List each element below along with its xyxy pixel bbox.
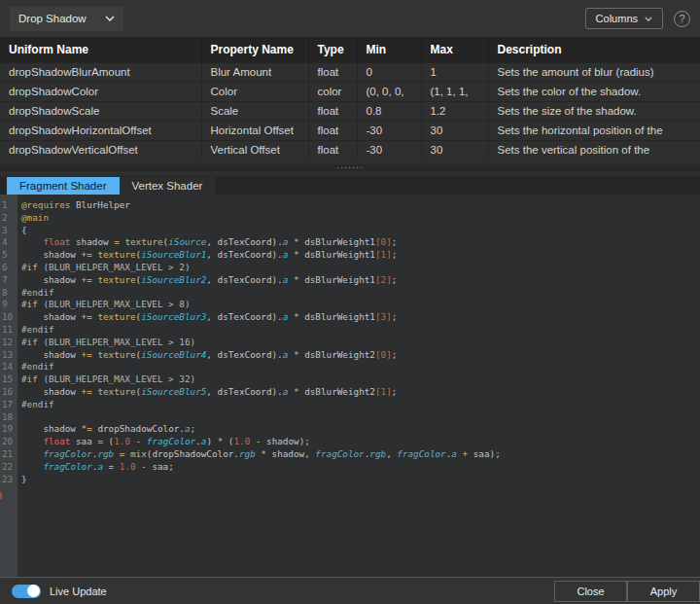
column-header-max: Max	[421, 37, 488, 62]
code-line: 8#endif	[0, 287, 700, 300]
question-icon: ?	[679, 13, 684, 24]
line-number: 2	[0, 212, 18, 225]
line-content: #if (BLUR_HELPER_MAX_LEVEL > 8)	[18, 299, 191, 311]
line-content	[18, 411, 21, 424]
line-number: 1	[0, 199, 18, 212]
cell-min: 0	[357, 62, 421, 82]
line-number: 13	[0, 349, 18, 362]
uniform-table-header: Uniform Name Property Name Type Min Max …	[0, 37, 700, 62]
table-row[interactable]: dropShadowColorColorcolor(0, 0, 0,(1, 1,…	[0, 82, 700, 101]
cell-type: float	[308, 121, 357, 140]
splitter-drag-handle[interactable]: ·······	[336, 160, 364, 174]
cell-description: Sets the vertical position of the	[488, 140, 700, 160]
cell-description: Sets the color of the shadow.	[488, 82, 700, 101]
table-row[interactable]: dropShadowScaleScalefloat0.81.2Sets the …	[0, 101, 700, 121]
cell-type: color	[308, 82, 357, 101]
edit-marker	[0, 492, 2, 499]
cell-property: Scale	[201, 101, 308, 121]
line-number: 20	[0, 436, 18, 448]
code-line: 6#if (BLUR_HELPER_MAX_LEVEL > 2)	[0, 262, 700, 274]
line-content: shadow += texture(iSourceBlur1, dsTexCoo…	[18, 249, 397, 262]
effect-dropdown-value: Drop Shadow	[18, 13, 105, 24]
line-number: 10	[0, 311, 18, 324]
cell-min: -30	[357, 140, 421, 160]
code-line: 11#endif	[0, 324, 700, 337]
code-editor[interactable]: 1@requires BlurHelper2@main3{4 float sha…	[0, 195, 700, 577]
column-header-property-name: Property Name	[201, 37, 308, 62]
cell-max: 30	[421, 121, 488, 140]
help-button[interactable]: ?	[674, 11, 690, 27]
line-number: 18	[0, 411, 18, 424]
cell-type: float	[308, 101, 357, 121]
table-row[interactable]: dropShadowBlurAmountBlur Amountfloat01Se…	[0, 62, 700, 82]
line-content: #endif	[18, 361, 54, 373]
code-line: 16 shadow += texture(iSourceBlur5, dsTex…	[0, 386, 700, 399]
column-header-description: Description	[488, 37, 700, 62]
cell-description: Sets the amount of blur (radius)	[488, 62, 700, 82]
line-content: shadow *= dropShadowColor.a;	[18, 423, 195, 436]
tab-fragment-shader-label: Fragment Shader	[19, 180, 107, 192]
code-line: 3{	[0, 225, 700, 237]
cell-min: 0.8	[357, 101, 421, 121]
line-number: 7	[0, 274, 18, 287]
tab-vertex-shader[interactable]: Vertex Shader	[120, 177, 216, 195]
code-line: 5 shadow += texture(iSourceBlur1, dsTexC…	[0, 249, 700, 262]
uniform-table: Uniform Name Property Name Type Min Max …	[0, 37, 700, 160]
line-number: 6	[0, 262, 18, 274]
cell-min: (0, 0, 0,	[357, 82, 421, 101]
columns-button[interactable]: Columns	[585, 8, 663, 29]
code-line: 22 fragColor.a = 1.0 - saa;	[0, 461, 700, 474]
cell-max: 1.2	[421, 101, 488, 121]
columns-button-label: Columns	[596, 13, 638, 24]
tab-fragment-shader[interactable]: Fragment Shader	[7, 177, 120, 195]
column-header-uniform-name: Uniform Name	[0, 37, 201, 62]
line-content: shadow += texture(iSourceBlur5, dsTexCoo…	[18, 386, 397, 399]
line-content: shadow += texture(iSourceBlur3, dsTexCoo…	[18, 311, 397, 324]
code-line: 17#endif	[0, 399, 700, 411]
line-content: #endif	[18, 399, 54, 411]
cell-type: float	[308, 62, 357, 82]
line-content: #if (BLUR_HELPER_MAX_LEVEL > 16)	[18, 337, 195, 349]
line-content: #endif	[18, 324, 54, 337]
toggle-knob	[27, 585, 40, 597]
line-content: float saa = (1.0 - fragColor.a) * (1.0 -…	[18, 436, 310, 448]
cell-property: Horizontal Offset	[201, 121, 308, 140]
line-content: fragColor.a = 1.0 - saa;	[18, 461, 174, 474]
line-number: 15	[0, 373, 18, 386]
table-row[interactable]: dropShadowVerticalOffsetVertical Offsetf…	[0, 140, 700, 160]
code-line: 7 shadow += texture(iSourceBlur2, dsTexC…	[0, 274, 700, 287]
code-line: 13 shadow += texture(iSourceBlur4, dsTex…	[0, 349, 700, 362]
line-content: #endif	[18, 287, 54, 300]
line-number: 11	[0, 324, 18, 337]
cell-property: Vertical Offset	[201, 140, 308, 160]
line-content: }	[18, 474, 27, 486]
cell-max: 30	[421, 140, 488, 160]
line-number: 16	[0, 386, 18, 399]
line-number: 23	[0, 474, 18, 486]
code-line: 10 shadow += texture(iSourceBlur3, dsTex…	[0, 311, 700, 324]
line-number: 22	[0, 461, 18, 474]
chevron-down-icon	[105, 16, 115, 21]
line-content: #if (BLUR_HELPER_MAX_LEVEL > 2)	[18, 262, 191, 274]
cell-property: Blur Amount	[201, 62, 308, 82]
line-number: 12	[0, 337, 18, 349]
line-content: fragColor.rgb = mix(dropShadowColor.rgb …	[18, 448, 501, 461]
cell-description: Sets the horizontal position of the	[488, 121, 700, 140]
table-row[interactable]: dropShadowHorizontalOffsetHorizontal Off…	[0, 121, 700, 140]
code-line: 15#if (BLUR_HELPER_MAX_LEVEL > 32)	[0, 373, 700, 386]
close-button[interactable]: Close	[554, 581, 627, 602]
tab-vertex-shader-label: Vertex Shader	[132, 180, 203, 192]
cell-uniform: dropShadowBlurAmount	[0, 62, 201, 82]
column-header-min: Min	[357, 37, 421, 62]
cell-uniform: dropShadowVerticalOffset	[0, 140, 201, 160]
chevron-down-icon	[645, 17, 652, 21]
code-line: 14#endif	[0, 361, 700, 373]
effect-dropdown[interactable]: Drop Shadow	[10, 7, 123, 31]
code-line: 12#if (BLUR_HELPER_MAX_LEVEL > 16)	[0, 337, 700, 349]
line-content: shadow += texture(iSourceBlur2, dsTexCoo…	[18, 274, 397, 287]
code-line: 21 fragColor.rgb = mix(dropShadowColor.r…	[0, 448, 700, 461]
cell-property: Color	[201, 82, 308, 101]
apply-button[interactable]: Apply	[627, 581, 700, 602]
cell-uniform: dropShadowHorizontalOffset	[0, 121, 201, 140]
live-update-toggle[interactable]	[12, 585, 41, 598]
